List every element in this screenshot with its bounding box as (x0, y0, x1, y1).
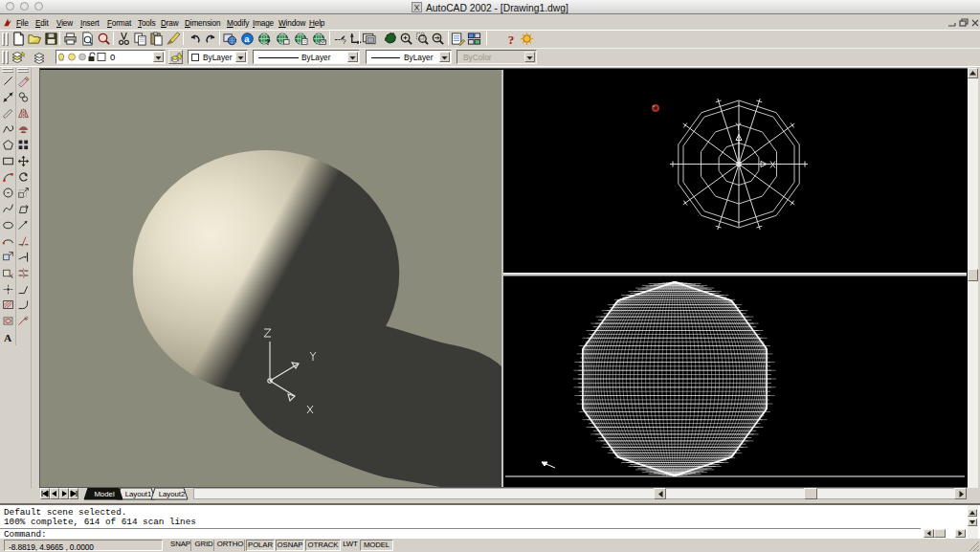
svg-text:?: ? (508, 33, 515, 46)
svg-text:?: ? (342, 37, 345, 46)
svg-text:?: ? (265, 37, 270, 46)
svg-text:A: A (4, 332, 12, 343)
svg-text:0: 0 (110, 52, 115, 62)
svg-text:a: a (244, 34, 250, 44)
